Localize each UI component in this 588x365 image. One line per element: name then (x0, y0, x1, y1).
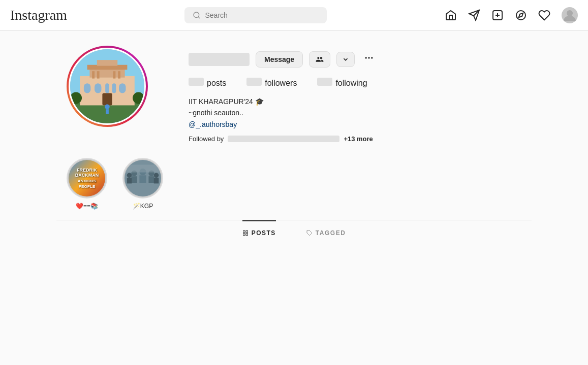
svg-point-40 (154, 173, 159, 178)
svg-rect-23 (97, 60, 117, 66)
profile-avatar-wrap (67, 46, 148, 127)
svg-point-30 (371, 57, 373, 58)
svg-rect-14 (105, 83, 109, 93)
chevron-down-icon (342, 56, 349, 63)
svg-rect-46 (246, 234, 248, 236)
svg-rect-12 (84, 83, 90, 93)
send-icon[interactable] (468, 9, 480, 21)
profile-avatar (69, 48, 146, 125)
highlight-item-1[interactable]: FREDRIKBACKMANANXIOUSPEOPLE ❤️==📚 (67, 158, 107, 210)
tab-posts[interactable]: POSTS (242, 220, 276, 245)
avatar-ring (67, 46, 148, 127)
grid-icon (242, 230, 249, 236)
svg-rect-18 (92, 71, 95, 78)
svg-rect-20 (113, 71, 116, 78)
tab-tagged[interactable]: TAGGED (306, 220, 346, 245)
profile-top: Message (67, 46, 521, 143)
more-options-button[interactable] (361, 51, 377, 68)
svg-rect-15 (112, 83, 116, 93)
svg-point-5 (516, 11, 525, 20)
highlight-image-2 (125, 160, 161, 196)
posts-label: posts (207, 79, 226, 88)
svg-rect-35 (139, 175, 146, 183)
bio-link[interactable]: @_.authorsbay (189, 119, 521, 130)
profile-container: Message (56, 30, 532, 143)
svg-point-28 (365, 57, 367, 58)
profile-info: Message (189, 46, 521, 143)
svg-rect-37 (148, 176, 154, 183)
tabs-section: POSTS TAGGED (56, 220, 532, 245)
dropdown-button[interactable] (336, 52, 355, 67)
tag-icon (306, 230, 313, 236)
svg-rect-33 (131, 176, 137, 183)
svg-line-1 (199, 17, 200, 18)
follow-button[interactable] (309, 51, 330, 68)
profile-bio: IIT KHARAGPUR'24 🎓 ~gnothi seauton.. @_.… (189, 96, 521, 130)
new-post-icon[interactable] (491, 9, 504, 21)
following-count (317, 78, 332, 86)
profile-stats: posts followers following (189, 78, 521, 88)
posts-stat: posts (189, 78, 226, 88)
svg-point-26 (105, 105, 110, 110)
svg-point-7 (567, 10, 573, 16)
highlight-item-2[interactable]: 🪄KGP (122, 158, 163, 210)
svg-rect-43 (243, 231, 245, 233)
followed-names (228, 136, 339, 142)
bio-line-1: IIT KHARAGPUR'24 🎓 (189, 96, 521, 107)
message-button[interactable]: Message (256, 51, 303, 68)
header: Instagram (0, 0, 588, 30)
svg-rect-19 (97, 71, 100, 78)
svg-rect-42 (125, 165, 161, 173)
highlight-ring-1: FREDRIKBACKMANANXIOUSPEOPLE (67, 158, 107, 198)
home-icon[interactable] (445, 9, 457, 21)
followers-label: followers (265, 79, 297, 88)
svg-rect-39 (127, 178, 132, 183)
highlight-image-1: FREDRIKBACKMANANXIOUSPEOPLE (69, 160, 105, 196)
followers-stat[interactable]: followers (246, 78, 297, 88)
highlight-label-2: 🪄KGP (133, 203, 153, 210)
highlight-ring-2 (122, 158, 163, 198)
svg-rect-13 (95, 83, 101, 93)
svg-marker-6 (519, 13, 523, 17)
profile-header-row: Message (189, 51, 521, 68)
following-label: following (335, 79, 367, 88)
user-avatar[interactable] (562, 7, 578, 23)
posts-count (189, 78, 204, 86)
bio-line-2: ~gnothi seauton.. (189, 107, 521, 118)
followed-by: Followed by +13 more (189, 135, 521, 143)
svg-point-29 (368, 57, 369, 58)
svg-rect-41 (154, 178, 159, 183)
followed-more[interactable]: +13 more (344, 135, 373, 143)
svg-rect-16 (119, 83, 126, 93)
svg-point-38 (127, 173, 132, 178)
tab-tagged-label: TAGGED (316, 229, 346, 237)
svg-rect-21 (118, 71, 120, 78)
search-input[interactable] (205, 11, 319, 19)
instagram-logo: Instagram (10, 7, 67, 23)
svg-point-24 (70, 92, 82, 104)
svg-rect-44 (246, 231, 248, 233)
following-stat[interactable]: following (317, 78, 367, 88)
header-nav (445, 7, 578, 23)
ellipsis-icon (364, 53, 374, 63)
explore-icon[interactable] (515, 9, 527, 21)
heart-icon[interactable] (538, 9, 550, 21)
followers-count (246, 78, 262, 86)
profile-username (189, 53, 250, 66)
search-bar[interactable] (184, 7, 327, 23)
tab-posts-label: POSTS (252, 229, 276, 237)
add-person-icon (316, 55, 324, 63)
svg-point-0 (194, 12, 199, 18)
search-icon (193, 11, 201, 19)
svg-point-25 (133, 92, 144, 104)
svg-rect-17 (102, 93, 112, 105)
svg-rect-45 (243, 234, 245, 236)
highlights-section: FREDRIKBACKMANANXIOUSPEOPLE ❤️==📚 (56, 158, 532, 220)
svg-rect-27 (106, 109, 109, 114)
followed-by-label: Followed by (189, 135, 224, 143)
highlight-label-1: ❤️==📚 (76, 203, 98, 210)
